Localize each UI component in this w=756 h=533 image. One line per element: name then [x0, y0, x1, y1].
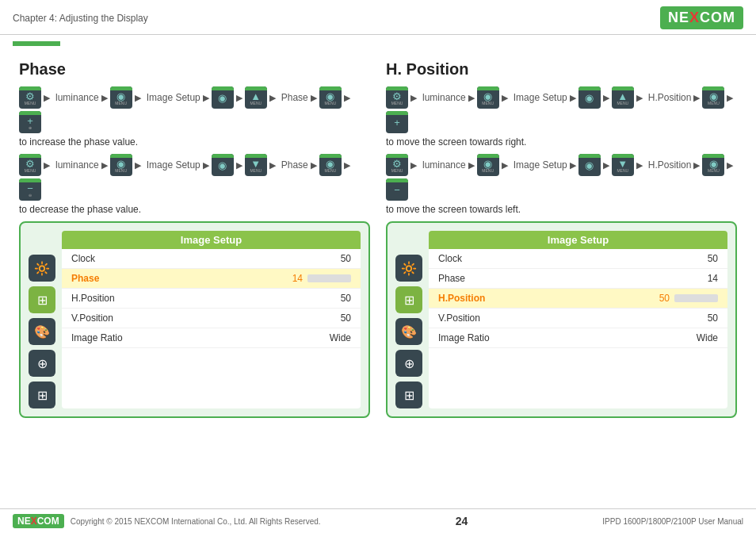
- accent-bar: [13, 41, 60, 46]
- osd-icon-misc: ⊞: [29, 382, 55, 408]
- nexcom-logo: NEXCOM: [660, 6, 743, 29]
- arrow-2: ▶: [101, 93, 108, 103]
- menu-icon-1: ⚙ MENU: [19, 86, 41, 109]
- hposition-seq1: ⚙ MENU ▶ luminance ▶ ◉ MENU ▶ Image Setu…: [386, 86, 737, 133]
- nav-icon-9: ◉ MENU: [319, 154, 342, 176]
- arrow-1: ▶: [44, 93, 50, 103]
- arrow-16: ▶: [344, 160, 350, 171]
- luminance-label-1: luminance: [55, 92, 99, 103]
- phase-osd-menu-title: Image Setup: [62, 231, 361, 249]
- osd-icon-brightness: 🔆: [29, 255, 55, 282]
- nav-icon-2: ◉: [212, 86, 234, 109]
- footer-model: IPPD 1600P/1800P/2100P User Manual: [602, 517, 743, 526]
- footer-page: 24: [456, 515, 468, 527]
- arrow-8: ▶: [344, 93, 350, 103]
- chapter-title: Chapter 4: Adjusting the Display: [13, 13, 148, 24]
- phase-title: Phase: [19, 60, 370, 79]
- nav-icon-4: ◉ MENU: [319, 86, 342, 109]
- imagesetup-label-r2: Image Setup: [514, 159, 567, 171]
- osd-r-row-vposition: V.Position 50: [429, 309, 727, 328]
- phase-section: Phase ⚙ MENU ▶ luminance ▶ ◉ MENU ▶ Imag…: [19, 60, 370, 418]
- arrow-5: ▶: [236, 93, 242, 103]
- nav-icon-r7: ◉: [578, 154, 601, 176]
- imagesetup-label-r1: Image Setup: [514, 92, 567, 103]
- phase-seq1: ⚙ MENU ▶ luminance ▶ ◉ MENU ▶ Image Setu…: [19, 86, 370, 133]
- osd-icon-active: ⊞: [29, 286, 55, 313]
- arrow-3: ▶: [135, 93, 141, 103]
- menu-icon-r1: ⚙ MENU: [386, 86, 408, 109]
- osd-row-phase: Phase 14: [62, 269, 361, 289]
- arrow-15: ▶: [311, 160, 317, 171]
- arrow-10: ▶: [101, 160, 108, 171]
- imagesetup-label-2: Image Setup: [147, 159, 200, 171]
- osd-icon-nav: ⊕: [29, 350, 55, 377]
- menu-icon-r2: ⚙ MENU: [386, 154, 408, 176]
- phase-label-1: Phase: [281, 92, 308, 103]
- osd-r-row-clock: Clock 50: [429, 249, 727, 269]
- osd-icon-r-misc: ⊞: [395, 382, 422, 408]
- osd-r-row-imageratio: Image Ratio Wide: [429, 328, 727, 348]
- osd-row-hposition: H.Position 50: [62, 289, 361, 309]
- hposition-label-r1: H.Position: [648, 92, 692, 103]
- osd-r-row-hposition: H.Position 50: [429, 289, 727, 309]
- hposition-bar: [674, 294, 718, 302]
- hposition-seq2: ⚙ MENU ▶ luminance ▶ ◉ MENU ▶ Image Setu…: [386, 154, 737, 201]
- nav-icon-r9: ◉ MENU: [702, 154, 724, 176]
- nav-icon-7: ◉: [212, 154, 234, 176]
- osd-icon-r-active: ⊞: [395, 286, 422, 313]
- phase-seq2-text: to decrease the phase value.: [19, 204, 370, 215]
- arrow-14: ▶: [269, 160, 276, 171]
- arrow-12: ▶: [203, 160, 209, 171]
- nav-icon-r3: ▲ MENU: [612, 86, 634, 109]
- nav-icon-r4: ◉ MENU: [702, 86, 724, 109]
- nav-icon-r8: ▼ MENU: [612, 154, 634, 176]
- nav-icon-r2: ◉: [578, 86, 601, 109]
- arrow-4: ▶: [203, 93, 209, 103]
- hposition-seq1-text: to move the screen towards right.: [386, 136, 737, 148]
- arrow-9: ▶: [44, 160, 50, 171]
- nav-icon-8: ▼ MENU: [245, 154, 267, 176]
- nav-icon-5: + ⊕: [19, 111, 41, 133]
- osd-row-clock: Clock 50: [62, 249, 361, 269]
- footer-logo: NEXCOM: [13, 514, 64, 528]
- phase-osd-menu: Image Setup Clock 50 Phase 14 H.Position: [62, 231, 361, 408]
- nav-icon-r1: ◉ MENU: [477, 86, 499, 109]
- hposition-osd-icons: 🔆 ⊞ 🎨 ⊕ ⊞: [395, 231, 422, 408]
- nav-icon-r10: −: [386, 178, 408, 201]
- hposition-label-r2: H.Position: [648, 159, 692, 171]
- arrow-13: ▶: [236, 160, 242, 171]
- arrow-11: ▶: [135, 160, 141, 171]
- nav-icon-10: − ⊖: [19, 178, 41, 201]
- arrow-6: ▶: [269, 93, 276, 103]
- page-footer: NEXCOM Copyright © 2015 NEXCOM Internati…: [0, 508, 756, 533]
- nav-icon-1: ◉ MENU: [110, 86, 132, 109]
- nav-icon-r6: ◉ MENU: [477, 154, 499, 176]
- osd-icon-color: 🎨: [29, 318, 55, 345]
- luminance-label-2: luminance: [55, 159, 99, 171]
- phase-osd-icons: 🔆 ⊞ 🎨 ⊕ ⊞: [29, 231, 55, 408]
- phase-label-2: Phase: [281, 159, 308, 171]
- nav-icon-3: ▲ MENU: [245, 86, 267, 109]
- hposition-osd-menu-title: Image Setup: [429, 231, 727, 249]
- phase-osd: 🔆 ⊞ 🎨 ⊕ ⊞ Image Setup Clock 50 Phase 14: [19, 221, 370, 418]
- osd-r-row-phase: Phase 14: [429, 269, 727, 289]
- osd-icon-r-color: 🎨: [395, 318, 422, 345]
- nav-icon-r5: +: [386, 111, 408, 133]
- footer-copyright: Copyright © 2015 NEXCOM International Co…: [71, 517, 321, 526]
- luminance-label-r2: luminance: [422, 159, 466, 171]
- main-content: Phase ⚙ MENU ▶ luminance ▶ ◉ MENU ▶ Imag…: [0, 52, 756, 426]
- osd-icon-r-nav: ⊕: [395, 350, 422, 377]
- page-header: Chapter 4: Adjusting the Display NEXCOM: [0, 0, 756, 35]
- phase-bar: [307, 274, 351, 282]
- osd-row-imageratio: Image Ratio Wide: [62, 328, 361, 348]
- phase-seq2: ⚙ MENU ▶ luminance ▶ ◉ MENU ▶ Image Setu…: [19, 154, 370, 201]
- imagesetup-label-1: Image Setup: [147, 92, 200, 103]
- hposition-section: H. Position ⚙ MENU ▶ luminance ▶ ◉ MENU …: [386, 60, 737, 418]
- arrow-7: ▶: [311, 93, 317, 103]
- hposition-title: H. Position: [386, 60, 737, 79]
- osd-icon-r-brightness: 🔆: [395, 255, 422, 282]
- hposition-osd-menu: Image Setup Clock 50 Phase 14 H.Position…: [429, 231, 727, 408]
- luminance-label-r1: luminance: [422, 92, 466, 103]
- hposition-seq2-text: to move the screen towards left.: [386, 204, 737, 215]
- osd-row-vposition: V.Position 50: [62, 309, 361, 328]
